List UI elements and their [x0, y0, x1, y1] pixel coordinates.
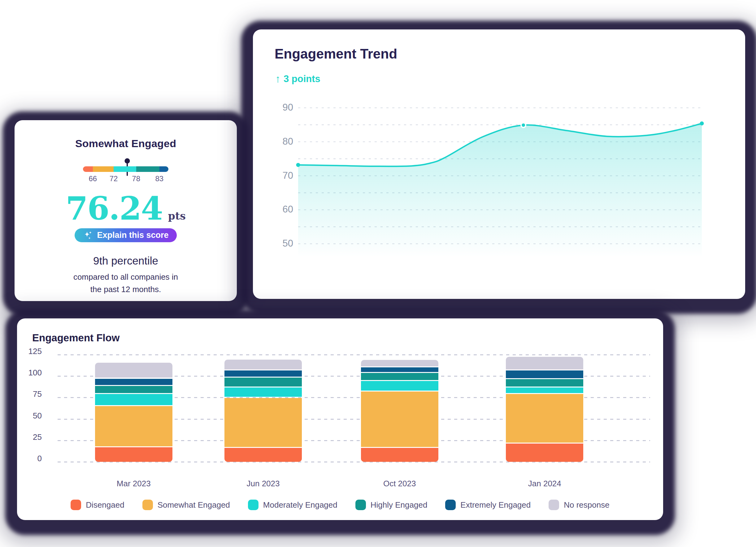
- flow-gridline: [58, 354, 650, 355]
- flow-x-tick-label: Oct 2023: [383, 479, 416, 488]
- gauge-segment-disengaged: [83, 166, 93, 172]
- flow-bar-segment: [361, 392, 438, 447]
- engagement-trend-card: Engagement Trend ↑ 3 points 9080706050: [253, 29, 745, 299]
- legend-label: Somewhat Engaged: [158, 500, 230, 510]
- flow-y-tick-label: 125: [20, 347, 42, 356]
- flow-card-title: Engagement Flow: [32, 332, 119, 344]
- legend-item: Highly Engaged: [355, 500, 428, 510]
- gauge-segment-moderately-engaged: [114, 166, 136, 172]
- legend-item: No response: [549, 500, 609, 510]
- trend-y-tick-label: 70: [270, 170, 293, 181]
- legend-swatch-icon: [445, 500, 456, 510]
- flow-y-tick-label: 25: [20, 432, 42, 442]
- flow-y-tick-label: 100: [20, 368, 42, 378]
- flow-bar-segment: [95, 447, 172, 462]
- legend-swatch-icon: [142, 500, 153, 510]
- legend-item: Moderately Engaged: [248, 500, 337, 510]
- gauge-segment-highly-engaged: [136, 166, 159, 172]
- trend-card-title: Engagement Trend: [275, 46, 397, 62]
- arrow-up-icon: ↑: [275, 73, 280, 85]
- flow-bar-segment: [361, 367, 438, 372]
- trend-area-fill: [298, 123, 702, 258]
- flow-bar-segment: [506, 394, 583, 443]
- score-unit: pts: [168, 210, 186, 222]
- legend-label: Extremely Engaged: [460, 500, 531, 510]
- explain-score-button[interactable]: Explain this score: [75, 228, 176, 242]
- flow-bar-segment: [224, 398, 302, 447]
- score-card: Somewhat Engaged 66727883 76.24 pts Expl…: [15, 120, 237, 301]
- flow-bar-segment: [506, 371, 583, 379]
- flow-bar-segment: [95, 406, 172, 446]
- flow-y-tick-label: 0: [20, 454, 42, 463]
- flow-bar-segment: [224, 448, 302, 462]
- flow-bar-segment: [95, 386, 172, 393]
- flow-bar-segment: [224, 378, 302, 387]
- flow-bar-segment: [361, 360, 438, 367]
- legend-item: Somewhat Engaged: [142, 500, 230, 510]
- flow-legend: DisengaedSomewhat EngagedModerately Enga…: [17, 500, 663, 510]
- caption-line-2: the past 12 months.: [90, 285, 161, 294]
- score-value: 76.24: [66, 192, 163, 224]
- trend-marker-dot: [700, 121, 704, 125]
- trend-change-badge: ↑ 3 points: [275, 73, 320, 85]
- flow-x-tick-label: Jan 2024: [528, 479, 561, 488]
- caption-line-1: compared to all companies in: [73, 272, 178, 282]
- trend-marker-dot: [521, 123, 526, 127]
- flow-x-tick-label: Mar 2023: [117, 479, 151, 488]
- trend-y-tick-label: 90: [270, 102, 293, 113]
- flow-bar-segment: [224, 371, 302, 377]
- legend-swatch-icon: [355, 500, 366, 510]
- flow-bar-segment: [361, 448, 438, 462]
- gauge-tick-label: 83: [155, 174, 163, 183]
- legend-item: Disengaed: [71, 500, 124, 510]
- legend-swatch-icon: [549, 500, 559, 510]
- score-line: 76.24 pts: [66, 192, 185, 224]
- legend-label: Highly Engaged: [371, 500, 428, 510]
- flow-y-tick-label: 50: [20, 411, 42, 421]
- legend-swatch-icon: [248, 500, 259, 510]
- flow-stacked-bar-chart: [58, 355, 650, 462]
- flow-bar-segment: [224, 388, 302, 397]
- gauge-tick-label: 66: [89, 174, 97, 183]
- legend-swatch-icon: [71, 500, 81, 510]
- flow-x-tick-label: Jun 2023: [247, 479, 280, 488]
- trend-line-chart: [298, 104, 702, 260]
- trend-change-label: 3 points: [284, 73, 320, 85]
- flow-bar-segment: [224, 360, 302, 370]
- flow-bar-segment: [95, 394, 172, 405]
- trend-y-tick-label: 60: [270, 204, 293, 215]
- flow-bar-segment: [95, 379, 172, 385]
- gauge-tick-label: 78: [132, 174, 140, 183]
- trend-marker-dot: [296, 163, 300, 167]
- flow-bar-segment: [361, 381, 438, 391]
- gauge-tick-label: 72: [110, 174, 118, 183]
- percentile-caption: compared to all companies in the past 12…: [73, 271, 178, 296]
- gauge-segment-extremely-engaged: [159, 166, 168, 172]
- score-card-title: Somewhat Engaged: [75, 137, 176, 150]
- legend-item: Extremely Engaged: [445, 500, 531, 510]
- legend-label: Moderately Engaged: [263, 500, 337, 510]
- gauge-segment-somewhat-engaged: [93, 166, 114, 172]
- flow-bar-segment: [506, 388, 583, 393]
- percentile-text: 9th percentile: [93, 254, 158, 267]
- gauge-bar: [83, 166, 168, 172]
- engagement-flow-card: Engagement Flow 0255075100125 Mar 2023Ju…: [17, 319, 663, 520]
- flow-bar-segment: [506, 444, 583, 462]
- legend-label: Disengaed: [86, 500, 124, 510]
- flow-bar-segment: [95, 363, 172, 378]
- legend-label: No response: [564, 500, 609, 510]
- flow-y-tick-label: 75: [20, 389, 42, 399]
- score-gauge: 66727883: [83, 158, 168, 190]
- explain-score-button-label: Explain this score: [97, 230, 168, 240]
- trend-y-tick-label: 50: [270, 238, 293, 249]
- flow-bar-segment: [506, 379, 583, 387]
- flow-bar-segment: [361, 373, 438, 380]
- trend-y-tick-label: 80: [270, 136, 293, 147]
- flow-bar-segment: [506, 357, 583, 370]
- sparkles-icon: [83, 230, 93, 241]
